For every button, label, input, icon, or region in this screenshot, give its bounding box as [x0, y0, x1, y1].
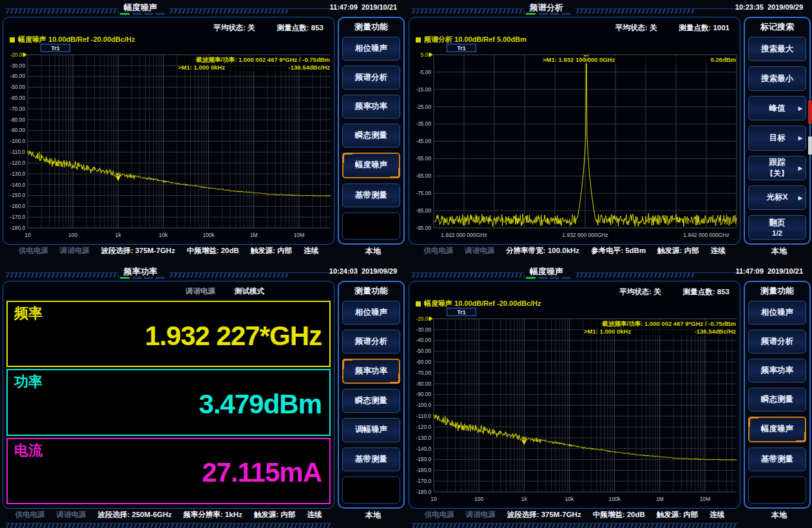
- metric-value: 27.115mA: [202, 457, 322, 488]
- menu-item-label: 瞬态测量: [355, 130, 387, 141]
- menu-item-search-min[interactable]: 搜索最小: [748, 66, 806, 91]
- svg-text:-40.00: -40.00: [416, 337, 431, 343]
- measurement-panel: 平均状态: 关 测量点数: 853 幅度噪声 10.00dB/Ref -20.0…: [3, 17, 334, 245]
- trace-settings-label: 幅度噪声 10.00dB/Ref -20.00dBc/Hz: [18, 35, 135, 44]
- hatch-decor: [411, 8, 525, 14]
- menu-item-label: 搜索最小: [761, 73, 793, 84]
- marker-value: -136.54dBc/Hz: [289, 64, 330, 71]
- quadrant-amplitude-noise-top: 幅度噪声 11:47:09 2019/10/21 平均状态: 关 测量点数: 8…: [0, 0, 406, 264]
- hatch-decor: [575, 8, 694, 14]
- menu-item-frequency-power[interactable]: 频率功率: [748, 359, 806, 382]
- menu-item-label: 幅度噪声: [355, 160, 387, 171]
- current-readout: 电流 27.115mA: [6, 438, 331, 504]
- menu-item-page-turn[interactable]: 翻页1/2: [748, 215, 806, 240]
- menu-item-cursor-x[interactable]: 光标X▶: [748, 185, 806, 210]
- svg-text:-180.0: -180.0: [416, 489, 431, 495]
- active-view-dash: [120, 277, 130, 279]
- carrier-info: 载波频率/功率: 1.000 002 467 9*GHz / -0.75dBm: [584, 320, 736, 328]
- menu-item-transient-measure[interactable]: 瞬态测量: [342, 124, 400, 147]
- svg-text:-170.0: -170.0: [416, 478, 431, 484]
- menu-item-label: 峰值: [769, 103, 786, 114]
- status-item: 连续: [304, 246, 318, 256]
- menu-item-phase-noise[interactable]: 相位噪声: [342, 301, 400, 325]
- amplitude-noise-plot[interactable]: 101001k10k100k1M10M-20.00-30.00-40.00-50…: [411, 316, 739, 506]
- menu-item-am-noise[interactable]: 调幅噪声: [342, 418, 400, 442]
- menu-item-phase-noise[interactable]: 相位噪声: [748, 301, 806, 325]
- menu-item-label: 频谱分析: [761, 336, 793, 347]
- view-indicator: [120, 277, 164, 279]
- svg-text:-110.0: -110.0: [10, 149, 25, 155]
- tuning-power-status: 调谐电源: [186, 287, 215, 296]
- menu-item-spectrum-analysis[interactable]: 频谱分析: [748, 330, 806, 354]
- menu-item-spectrum-analysis[interactable]: 频谱分析: [342, 330, 400, 354]
- menu-item-transient-measure[interactable]: 瞬态测量: [342, 389, 400, 413]
- spectrum-plot[interactable]: 1.922 000 000GHz1.932 000 000GHz1.942 00…: [411, 52, 739, 242]
- marker-value: 0.26dBm: [710, 56, 736, 64]
- amplitude-noise-plot[interactable]: 101001k10k100k1M10M-20.00-30.00-40.00-50…: [5, 52, 333, 242]
- menu-item-baseband-measure[interactable]: 基带测量: [748, 448, 806, 471]
- status-bar: 供电电源调谐电源波段选择: 375M-7GHz中频增益: 20dB触发源: 内部…: [0, 246, 337, 256]
- empty-menu-slot: [342, 212, 400, 240]
- menu-item-track[interactable]: 跟踪【关】▶: [748, 156, 806, 180]
- hatch-decor: [5, 272, 119, 278]
- status-item-dim: 调谐电源: [57, 510, 86, 520]
- menu-item-spectrum-analysis[interactable]: 频谱分析: [342, 66, 400, 90]
- svg-text:10M: 10M: [294, 232, 305, 238]
- svg-text:-55.00: -55.00: [416, 155, 431, 162]
- quadrant-header: 幅度噪声 11:47:09 2019/10/21: [0, 0, 406, 17]
- menu-item-target[interactable]: 目标▶: [748, 126, 806, 150]
- menu-item-amplitude-noise[interactable]: 幅度噪声: [342, 153, 400, 178]
- marker-readout: >M1: 1.000 0kHz: [178, 64, 225, 71]
- menu-item-frequency-power[interactable]: 频率功率: [342, 359, 400, 384]
- softkey-column: 测量功能 相位噪声频谱分析频率功率瞬态测量调幅噪声基带测量: [338, 281, 405, 509]
- instrument-screen: 幅度噪声 11:47:09 2019/10/21 平均状态: 关 测量点数: 8…: [0, 0, 812, 528]
- local-status: 本地: [746, 246, 812, 257]
- metric-label: 电流: [14, 441, 43, 460]
- svg-text:-120.0: -120.0: [10, 160, 25, 166]
- menu-item-peak[interactable]: 峰值▶: [748, 96, 806, 120]
- menu-item-transient-measure[interactable]: 瞬态测量: [748, 388, 806, 411]
- status-bar: 供电电源调谐电源波段选择: 250M-6GHz频率分辨率: 1kHz触发源: 内…: [0, 510, 337, 520]
- menu-header: 标记搜索: [748, 19, 807, 34]
- local-status: 本地: [746, 510, 812, 521]
- status-item: 波段选择: 375M-7GHz: [101, 246, 175, 256]
- menu-item-label: 翻页: [769, 218, 786, 229]
- menu-item-search-max[interactable]: 搜索最大: [748, 37, 806, 61]
- menu-item-label: 频谱分析: [355, 336, 387, 347]
- menu-item-baseband-measure[interactable]: 基带测量: [342, 184, 400, 207]
- menu-item-label: 基带测量: [355, 454, 387, 465]
- svg-text:-90.00: -90.00: [416, 391, 431, 397]
- svg-text:-120.0: -120.0: [416, 424, 431, 430]
- menu-item-phase-noise[interactable]: 相位噪声: [342, 37, 400, 61]
- menu-item-label: 跟踪: [769, 157, 786, 168]
- menu-item-label: 频谱分析: [355, 72, 387, 83]
- view-indicator: [120, 13, 164, 15]
- softkey-menu: 测量功能 相位噪声频谱分析频率功率瞬态测量幅度噪声基带测量: [338, 17, 405, 245]
- status-bar: 供电电源调谐电源分辨率带宽: 100.0kHz参考电平: 5dBm触发源: 内部…: [406, 246, 743, 256]
- menu-item-label: 幅度噪声: [761, 424, 793, 435]
- svg-text:-130.0: -130.0: [10, 171, 25, 177]
- menu-item-amplitude-noise[interactable]: 幅度噪声: [748, 417, 806, 442]
- points-count: 测量点数: 853: [683, 287, 730, 297]
- svg-text:1.942 000 000GHz: 1.942 000 000GHz: [683, 232, 729, 238]
- clock: 10:23:35 2019/09/29: [735, 3, 803, 11]
- menu-item-label: 基带测量: [761, 454, 793, 465]
- menu-item-label: 调幅噪声: [355, 424, 387, 435]
- hatch-decor: [411, 523, 738, 528]
- svg-text:-160.0: -160.0: [10, 203, 25, 209]
- empty-menu-slot: [748, 476, 806, 504]
- local-status: 本地: [340, 510, 407, 521]
- svg-text:-5.00: -5.00: [419, 69, 431, 75]
- quadrant-title: 频率功率: [108, 266, 173, 278]
- quadrant-title: 频谱分析: [514, 2, 579, 14]
- marker-annotation: >M1: 1.932 100 000 0GHz 0.26dBm: [543, 56, 736, 64]
- menu-item-frequency-power[interactable]: 频率功率: [342, 95, 400, 118]
- status-item-dim: 调谐电源: [465, 246, 494, 256]
- quadrant-frequency-power: 频率功率 10:24:03 2019/09/29 调谐电源 测试模式 频率 1.…: [0, 264, 406, 528]
- active-view-dash: [120, 13, 130, 15]
- menu-item-label: 相位噪声: [355, 307, 387, 318]
- status-item-dim: 调谐电源: [60, 246, 90, 256]
- svg-text:-70.00: -70.00: [416, 370, 431, 376]
- softkey-column: 测量功能 相位噪声频谱分析频率功率瞬态测量幅度噪声基带测量: [338, 17, 405, 245]
- menu-item-baseband-measure[interactable]: 基带测量: [342, 448, 400, 471]
